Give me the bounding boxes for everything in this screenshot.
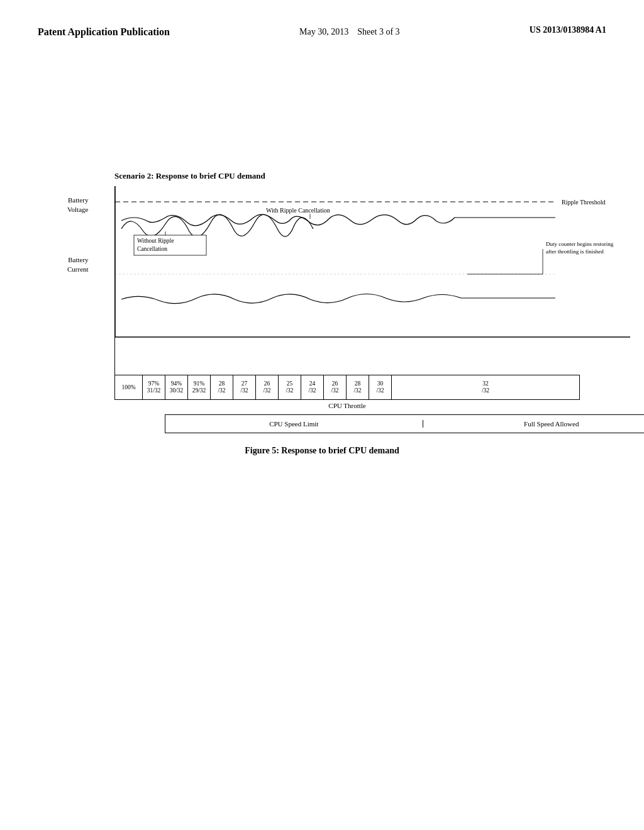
throttle-cell-28a: 28 /32 (211, 375, 233, 399)
throttle-cell-25: 25 /32 (279, 375, 301, 399)
speed-row: CPU Speed Limit Full Speed Allowed (165, 414, 644, 433)
throttle-cell-32: 32 /32 (392, 375, 579, 399)
scenario-title: Scenario 2: Response to brief CPU demand (114, 171, 580, 181)
svg-text:Ripple Threshold: Ripple Threshold (562, 199, 606, 206)
y-axis-current-label: BatteryCurrent (67, 255, 89, 274)
page: Patent Application Publication May 30, 2… (0, 0, 644, 830)
throttle-cell-28b: 28 /32 (347, 375, 369, 399)
chart-svg: Ripple Threshold Without Ripple Cancella… (114, 186, 630, 375)
svg-text:Cancellation: Cancellation (137, 246, 167, 252)
throttle-cell-27: 27 /32 (233, 375, 256, 399)
svg-text:With Ripple Cancellation: With Ripple Cancellation (266, 207, 330, 214)
speed-limit-label: CPU Speed Limit (165, 420, 423, 428)
svg-text:Duty counter begins restoring: Duty counter begins restoring (546, 241, 614, 247)
throttle-cell-30: 30 /32 (369, 375, 392, 399)
header: Patent Application Publication May 30, 2… (38, 25, 606, 45)
throttle-cell-26a: 26 /32 (256, 375, 279, 399)
throttle-table: 100% 97% 31/32 94% 30/32 91% 29/32 (114, 375, 580, 400)
header-sheet: Sheet 3 of 3 (357, 27, 399, 36)
main-content: Scenario 2: Response to brief CPU demand… (38, 171, 606, 456)
throttle-label: CPU Throttle (114, 402, 580, 409)
figure-container: Scenario 2: Response to brief CPU demand… (64, 171, 580, 456)
throttle-cell-100: 100% (115, 375, 143, 399)
throttle-cell-97: 97% 31/32 (143, 375, 165, 399)
throttle-cell-24: 24 /32 (301, 375, 324, 399)
figure-caption: Figure 5: Response to brief CPU demand (64, 446, 580, 456)
svg-text:Without Ripple: Without Ripple (137, 238, 174, 244)
throttle-cell-26b: 26 /32 (324, 375, 347, 399)
header-title: Patent Application Publication (38, 25, 170, 39)
throttle-table-container: 100% 97% 31/32 94% 30/32 91% 29/32 (114, 375, 580, 433)
full-speed-label: Full Speed Allowed (423, 420, 645, 428)
header-date-sheet: May 30, 2013 Sheet 3 of 3 (299, 25, 399, 39)
y-axis-voltage-label: BatteryVoltage (67, 196, 88, 214)
svg-text:after throttling is finished: after throttling is finished (546, 248, 604, 255)
throttle-cell-94: 94% 30/32 (165, 375, 188, 399)
throttle-cell-91: 91% 29/32 (188, 375, 211, 399)
header-date: May 30, 2013 (299, 27, 348, 36)
header-patent-number: US 2013/0138984 A1 (530, 25, 606, 35)
